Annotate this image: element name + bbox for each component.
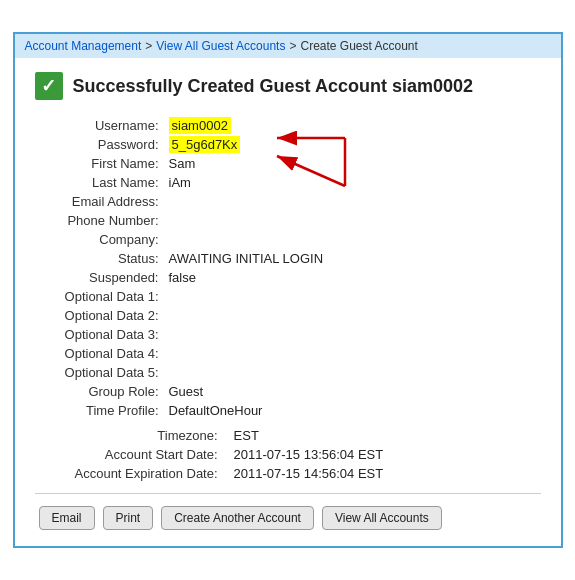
email-button[interactable]: Email [39, 506, 95, 530]
lastname-row: Last Name: iAm [35, 173, 541, 192]
timezone-value: EST [226, 426, 392, 445]
startdate-row: Account Start Date: 2011-07-15 13:56:04 … [75, 445, 392, 464]
optional4-row: Optional Data 4: [35, 344, 541, 363]
username-label: Username: [35, 116, 165, 135]
company-row: Company: [35, 230, 541, 249]
phone-label: Phone Number: [35, 211, 165, 230]
grouprole-row: Group Role: Guest [35, 382, 541, 401]
expdate-label: Account Expiration Date: [75, 464, 226, 483]
optional2-row: Optional Data 2: [35, 306, 541, 325]
optional3-value [165, 325, 541, 344]
suspended-value: false [165, 268, 541, 287]
breadcrumb-current: Create Guest Account [300, 39, 417, 53]
optional4-label: Optional Data 4: [35, 344, 165, 363]
info-section: Username: siam0002 Password: 5_5g6d7Kx F… [35, 116, 541, 420]
grouprole-value: Guest [165, 382, 541, 401]
timezone-label: Timezone: [75, 426, 226, 445]
optional1-row: Optional Data 1: [35, 287, 541, 306]
optional2-label: Optional Data 2: [35, 306, 165, 325]
button-row: Email Print Create Another Account View … [35, 506, 541, 530]
username-highlighted: siam0002 [169, 117, 231, 134]
view-all-button[interactable]: View All Accounts [322, 506, 442, 530]
company-value [165, 230, 541, 249]
suspended-row: Suspended: false [35, 268, 541, 287]
page-title: Successfully Created Guest Account siam0… [73, 76, 474, 97]
firstname-row: First Name: Sam [35, 154, 541, 173]
expdate-value: 2011-07-15 14:56:04 EST [226, 464, 392, 483]
print-button[interactable]: Print [103, 506, 154, 530]
lastname-label: Last Name: [35, 173, 165, 192]
date-section: Timezone: EST Account Start Date: 2011-0… [35, 426, 541, 483]
breadcrumb-account-mgmt[interactable]: Account Management [25, 39, 142, 53]
status-label: Status: [35, 249, 165, 268]
divider [35, 493, 541, 494]
firstname-value: Sam [165, 154, 541, 173]
create-another-button[interactable]: Create Another Account [161, 506, 314, 530]
timeprofile-row: Time Profile: DefaultOneHour [35, 401, 541, 420]
password-value: 5_5g6d7Kx [165, 135, 541, 154]
timeprofile-value: DefaultOneHour [165, 401, 541, 420]
status-value: AWAITING INITIAL LOGIN [165, 249, 541, 268]
startdate-label: Account Start Date: [75, 445, 226, 464]
suspended-label: Suspended: [35, 268, 165, 287]
breadcrumb-sep2: > [289, 39, 296, 53]
account-details-table: Username: siam0002 Password: 5_5g6d7Kx F… [35, 116, 541, 420]
breadcrumb-view-all[interactable]: View All Guest Accounts [156, 39, 285, 53]
password-highlighted: 5_5g6d7Kx [169, 136, 241, 153]
breadcrumb: Account Management > View All Guest Acco… [15, 34, 561, 58]
lastname-value: iAm [165, 173, 541, 192]
date-table: Timezone: EST Account Start Date: 2011-0… [75, 426, 392, 483]
email-label: Email Address: [35, 192, 165, 211]
optional4-value [165, 344, 541, 363]
company-label: Company: [35, 230, 165, 249]
title-row: Successfully Created Guest Account siam0… [35, 72, 541, 100]
content-area: Successfully Created Guest Account siam0… [15, 58, 561, 546]
timezone-row: Timezone: EST [75, 426, 392, 445]
firstname-label: First Name: [35, 154, 165, 173]
grouprole-label: Group Role: [35, 382, 165, 401]
breadcrumb-sep1: > [145, 39, 152, 53]
optional3-label: Optional Data 3: [35, 325, 165, 344]
password-row: Password: 5_5g6d7Kx [35, 135, 541, 154]
optional5-row: Optional Data 5: [35, 363, 541, 382]
email-row: Email Address: [35, 192, 541, 211]
phone-row: Phone Number: [35, 211, 541, 230]
optional5-label: Optional Data 5: [35, 363, 165, 382]
success-checkmark [35, 72, 63, 100]
email-value [165, 192, 541, 211]
password-label: Password: [35, 135, 165, 154]
main-container: Account Management > View All Guest Acco… [13, 32, 563, 548]
optional2-value [165, 306, 541, 325]
optional1-value [165, 287, 541, 306]
optional1-label: Optional Data 1: [35, 287, 165, 306]
expdate-row: Account Expiration Date: 2011-07-15 14:5… [75, 464, 392, 483]
username-row: Username: siam0002 [35, 116, 541, 135]
timeprofile-label: Time Profile: [35, 401, 165, 420]
username-value: siam0002 [165, 116, 541, 135]
startdate-value: 2011-07-15 13:56:04 EST [226, 445, 392, 464]
status-row: Status: AWAITING INITIAL LOGIN [35, 249, 541, 268]
optional5-value [165, 363, 541, 382]
optional3-row: Optional Data 3: [35, 325, 541, 344]
phone-value [165, 211, 541, 230]
